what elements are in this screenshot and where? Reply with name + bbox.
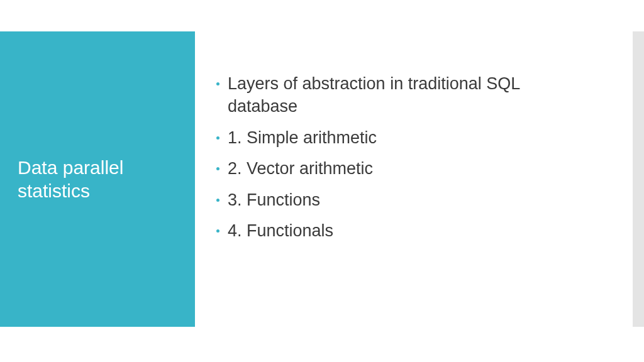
title-sidebar: Data parallel statistics bbox=[0, 31, 195, 327]
bullet-list: Layers of abstraction in traditional SQL… bbox=[214, 72, 594, 243]
list-item: 2. Vector arithmetic bbox=[214, 157, 594, 180]
content-area: Layers of abstraction in traditional SQL… bbox=[195, 0, 644, 362]
slide-title: Data parallel statistics bbox=[18, 156, 177, 203]
list-item: 1. Simple arithmetic bbox=[214, 126, 594, 149]
list-item: 3. Functions bbox=[214, 189, 594, 211]
list-item: 4. Functionals bbox=[214, 219, 594, 242]
right-accent-bar bbox=[633, 31, 644, 327]
list-item: Layers of abstraction in traditional SQL… bbox=[214, 72, 594, 118]
slide-container: Data parallel statistics Layers of abstr… bbox=[0, 0, 644, 362]
